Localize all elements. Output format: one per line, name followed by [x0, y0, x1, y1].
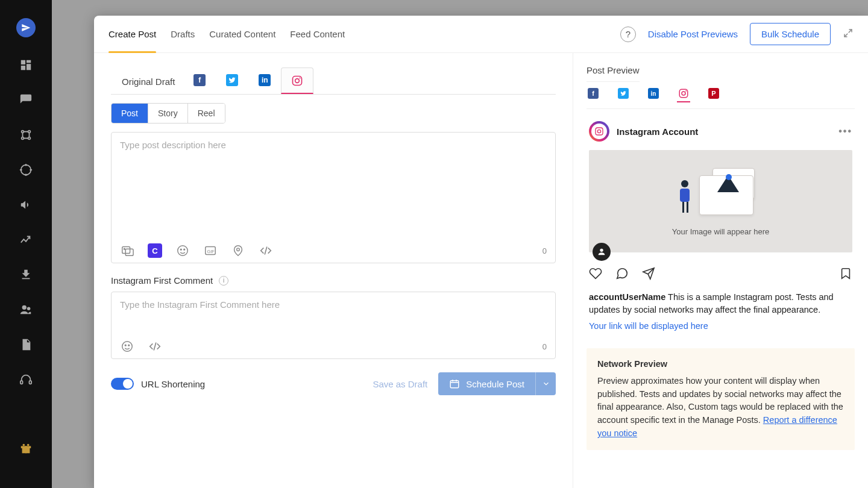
notice-title: Network Preview: [597, 358, 844, 371]
segment-post[interactable]: Post: [112, 104, 148, 123]
preview-panel: Post Preview f in P Instagram: [573, 53, 868, 488]
tab-create-post[interactable]: Create Post: [108, 16, 156, 52]
network-tab-linkedin[interactable]: in: [248, 67, 281, 94]
svg-point-36: [685, 90, 687, 92]
svg-point-6: [22, 137, 24, 140]
disable-previews-link[interactable]: Disable Post Previews: [648, 29, 738, 39]
app-logo: [16, 18, 36, 37]
preview-net-instagram[interactable]: [677, 89, 690, 102]
svg-point-19: [295, 78, 300, 83]
team-icon[interactable]: [19, 302, 33, 317]
like-icon[interactable]: [589, 267, 602, 283]
megaphone-icon[interactable]: [19, 198, 33, 212]
dashboard-icon[interactable]: [19, 58, 33, 72]
caption-link[interactable]: Your link will be displayed here: [589, 320, 852, 333]
schedule-post-label: Schedule Post: [466, 379, 524, 389]
info-icon[interactable]: i: [219, 276, 228, 286]
svg-point-25: [180, 249, 181, 250]
first-comment-input[interactable]: [120, 299, 547, 332]
help-icon[interactable]: ?: [620, 27, 636, 42]
gift-icon[interactable]: [19, 441, 33, 455]
svg-rect-22: [125, 249, 133, 255]
instagram-avatar: [589, 121, 609, 142]
svg-point-7: [28, 137, 31, 140]
first-comment-box: 0: [111, 292, 556, 359]
svg-point-31: [125, 345, 126, 346]
network-preview-notice: Network Preview Preview approximates how…: [587, 348, 855, 450]
svg-point-24: [178, 246, 188, 256]
preview-net-twitter[interactable]: [617, 89, 630, 102]
first-comment-label: Instagram First Comment: [111, 275, 213, 286]
post-preview-title: Post Preview: [587, 65, 640, 82]
comment-emoji-icon[interactable]: [120, 339, 134, 354]
url-shortening-toggle[interactable]: [111, 378, 134, 390]
segment-reel[interactable]: Reel: [187, 104, 225, 123]
bookmark-icon[interactable]: [839, 267, 852, 283]
share-icon[interactable]: [642, 267, 655, 283]
preview-net-facebook[interactable]: f: [587, 89, 600, 102]
schedule-post-button[interactable]: Schedule Post: [438, 372, 556, 395]
preview-net-linkedin[interactable]: in: [647, 89, 660, 102]
svg-point-16: [23, 444, 25, 446]
svg-rect-15: [25, 446, 27, 453]
preview-caption: accountUserName This is a sample Instagr…: [589, 291, 852, 333]
schedule-dropdown-caret[interactable]: [535, 372, 556, 395]
post-char-count: 0: [542, 246, 547, 255]
chevron-down-icon: [542, 380, 550, 388]
media-attach-icon[interactable]: [120, 243, 134, 258]
image-placeholder-illustration: [679, 167, 763, 221]
composer-panel: Original Draft f in Post Story Reel: [94, 53, 573, 488]
download-icon[interactable]: [19, 267, 33, 282]
svg-point-20: [300, 77, 301, 78]
save-as-draft-link[interactable]: Save as Draft: [373, 379, 427, 389]
svg-point-8: [21, 165, 31, 175]
original-draft-label: Original Draft: [111, 69, 183, 94]
expand-icon[interactable]: [843, 28, 854, 41]
svg-rect-11: [20, 381, 23, 384]
messages-icon[interactable]: [19, 93, 33, 107]
svg-rect-1: [27, 60, 31, 63]
location-icon[interactable]: [231, 243, 245, 258]
network-tab-instagram[interactable]: [281, 67, 313, 94]
comment-icon[interactable]: [615, 267, 629, 283]
bulk-schedule-button[interactable]: Bulk Schedule: [750, 23, 831, 45]
svg-point-9: [22, 305, 27, 310]
modal-header: Create Post Drafts Curated Content Feed …: [94, 16, 868, 53]
tab-curated-content[interactable]: Curated Content: [209, 16, 275, 52]
post-type-segment: Post Story Reel: [111, 103, 225, 124]
svg-rect-3: [21, 66, 25, 70]
tab-feed-content[interactable]: Feed Content: [290, 16, 345, 52]
svg-point-30: [122, 342, 133, 352]
code-icon[interactable]: [259, 243, 273, 258]
support-icon[interactable]: [19, 372, 33, 387]
analytics-icon[interactable]: [19, 233, 33, 247]
network-tab-twitter[interactable]: [216, 67, 248, 94]
svg-rect-12: [30, 381, 32, 384]
svg-rect-2: [27, 64, 31, 70]
user-badge-icon: [593, 243, 611, 261]
caption-username: accountUserName: [589, 292, 665, 302]
gif-icon[interactable]: GIF: [203, 243, 218, 258]
svg-point-10: [27, 307, 31, 310]
comment-code-icon[interactable]: [148, 339, 162, 354]
preview-media-placeholder: Your Image will appear here: [589, 150, 852, 252]
svg-point-39: [600, 249, 603, 252]
preview-net-pinterest[interactable]: P: [707, 89, 720, 102]
segment-story[interactable]: Story: [148, 104, 187, 123]
media-placeholder-text: Your Image will appear here: [672, 227, 769, 236]
canva-icon[interactable]: C: [148, 243, 162, 258]
more-options-icon[interactable]: •••: [838, 126, 852, 137]
svg-text:GIF: GIF: [207, 249, 215, 254]
connect-icon[interactable]: [19, 128, 33, 142]
svg-point-26: [184, 249, 185, 250]
network-tab-facebook[interactable]: f: [183, 67, 216, 94]
comment-char-count: 0: [542, 342, 547, 351]
target-icon[interactable]: [19, 163, 33, 177]
svg-point-38: [597, 130, 600, 133]
emoji-icon[interactable]: [175, 243, 190, 258]
reports-icon[interactable]: [19, 337, 33, 352]
tab-drafts[interactable]: Drafts: [171, 16, 195, 52]
svg-point-23: [124, 248, 125, 249]
post-description-input[interactable]: [120, 140, 547, 236]
svg-rect-0: [21, 60, 25, 64]
